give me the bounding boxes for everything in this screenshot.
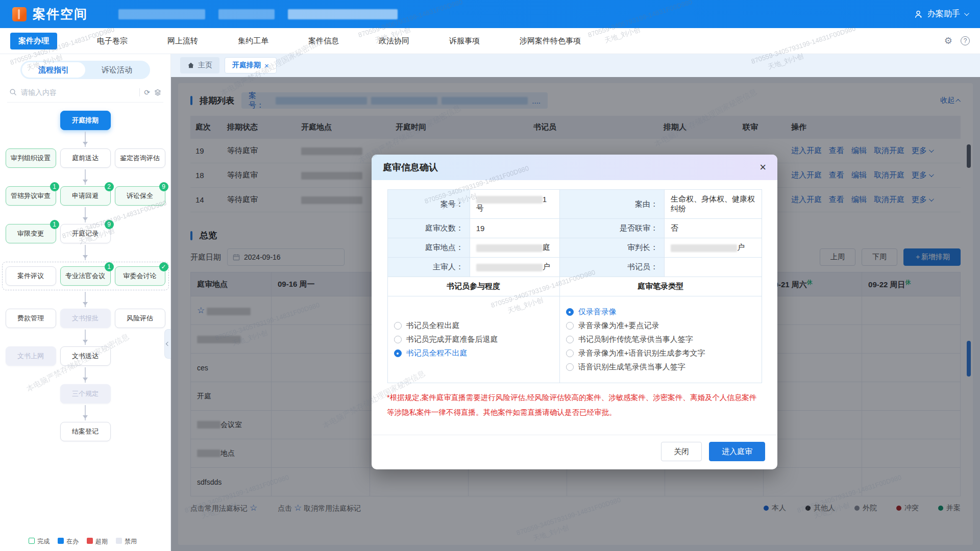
info-value: 否 [664,219,762,238]
nav-item-7[interactable]: 诉服事项 [449,36,480,46]
search-icon [9,88,17,96]
radio-label: 录音录像为准+要点记录 [578,321,659,331]
nav-item-4[interactable]: 集约工单 [238,36,268,46]
info-label: 是否联审： [559,219,664,238]
node-badge: 2 [105,182,114,191]
info-row: 主审人：户书记员： [387,258,762,277]
radio-icon [566,349,574,357]
live-broadcast-warning: *根据规定,案件庭审直播需要进行风险评估,经风险评估较高的案件、涉敏感案件、涉密… [387,390,762,420]
radio-label: 仅录音录像 [578,307,617,317]
hearing-confirm-dialog: 庭审信息确认 × 案号：1号案由：生命权、身体权、健康权纠纷庭审次数：19是否联… [372,155,777,469]
flow-row: 案件评议专业法官会议1审委会讨论✓ [6,266,165,286]
flow-node-审委会讨论[interactable]: 审委会讨论✓ [115,266,165,286]
hearing-info-table: 案号：1号案由：生命权、身体权、健康权纠纷庭审次数：19是否联审：否庭审地点：庭… [387,189,762,383]
sidebar-tab-toggle: 流程指引 诉讼活动 [20,61,150,79]
divider [139,88,140,96]
nav-item-6[interactable]: 政法协同 [379,36,409,46]
help-icon[interactable]: ? [961,36,970,45]
info-value: 1号 [470,190,559,219]
flow-row: 费款管理文书报批风险评估 [6,309,165,328]
flow-arrow [85,405,86,420]
tab-home[interactable]: 主页 [180,57,219,73]
nav-item-8[interactable]: 涉网案件特色事项 [520,36,581,46]
flow-node-申请回避[interactable]: 申请回避2 [60,186,111,206]
legend-swatch [87,538,93,544]
info-label: 审判长： [559,238,664,258]
info-label: 庭审地点： [387,238,470,258]
page-tab-bar: 主页 开庭排期 × [171,54,980,77]
flow-node-三个规定[interactable]: 三个规定 [60,384,111,404]
info-value: 户 [664,238,762,258]
nav-item-5[interactable]: 案件信息 [308,36,339,46]
tab-process-guide[interactable]: 流程指引 [22,62,85,78]
flow-node-费款管理[interactable]: 费款管理 [6,309,56,328]
layers-icon[interactable] [154,89,161,96]
section-title-书记员参与程度: 书记员参与程度 [387,277,559,296]
flow-node-审判组织设置[interactable]: 审判组织设置 [6,148,56,168]
app-title: 案件空间 [33,6,88,22]
top-header: 案件空间 办案助手 [0,0,980,28]
flow-arrow [85,292,86,307]
radio-label: 书记员完成开庭准备后退庭 [406,335,498,344]
close-icon[interactable]: × [760,162,766,173]
radio-option-书记员全程不出庭[interactable]: 书记员全程不出庭 [394,348,553,358]
flow-row: 三个规定 [6,384,165,404]
radio-option-录音录像为准+要点记录[interactable]: 录音录像为准+要点记录 [566,321,755,331]
assistant-dropdown[interactable]: 办案助手 [914,9,968,19]
flow-node-庭前送达[interactable]: 庭前送达 [60,148,111,168]
flow-node-案件评议[interactable]: 案件评议 [6,266,56,286]
radio-label: 书记员全程出庭 [406,321,460,331]
flow-node-文书送达[interactable]: 文书送达 [60,346,111,366]
assistant-label: 办案助手 [927,9,960,19]
node-badge: 9 [159,182,168,191]
flow-node-风险评估[interactable]: 风险评估 [115,309,165,328]
nav-item-2[interactable]: 电子卷宗 [97,36,128,46]
flow-node-管辖异议审查[interactable]: 管辖异议审查1 [6,186,56,206]
refresh-icon[interactable]: ⟳ [144,88,150,96]
info-value [664,258,762,277]
tab-litigation-activity[interactable]: 诉讼活动 [85,62,149,78]
legend-item-在办: 在办 [58,537,79,546]
info-label: 案由： [559,190,664,219]
clerk-participation-options: 书记员全程出庭书记员完成开庭准备后退庭书记员全程不出庭 [387,296,559,383]
radio-icon [566,308,574,316]
flow-node-开庭记录[interactable]: 开庭记录9 [60,224,111,243]
close-button[interactable]: 关闭 [661,442,702,461]
enter-hearing-button[interactable]: 进入庭审 [709,442,765,461]
flow-node-文书上网[interactable]: 文书上网 [6,346,56,366]
radio-icon [566,336,574,343]
flow-node-审限变更[interactable]: 审限变更1 [6,224,56,243]
node-badge: 1 [50,220,59,229]
flow-row: 审判组织设置庭前送达鉴定咨询评估 [6,148,165,168]
info-row: 庭审地点：庭审判长：户 [387,238,762,258]
app-logo-icon [12,7,27,21]
flow-node-鉴定咨询评估[interactable]: 鉴定咨询评估 [115,148,165,168]
flow-node-文书报批[interactable]: 文书报批 [60,309,111,328]
radio-option-书记员完成开庭准备后退庭[interactable]: 书记员完成开庭准备后退庭 [394,335,553,344]
flow-node-结案登记[interactable]: 结案登记 [60,422,111,441]
nav-item-3[interactable]: 网上流转 [167,36,198,46]
flow-node-诉讼保全[interactable]: 诉讼保全9 [115,186,165,206]
node-badge: 1 [50,182,59,191]
flow-node-专业法官会议[interactable]: 专业法官会议1 [60,266,111,286]
flow-arrow [85,207,86,222]
close-tab-icon[interactable]: × [264,61,269,70]
tab-court-schedule[interactable]: 开庭排期 × [225,57,277,73]
legend-item-完成: 完成 [29,537,50,546]
nav-item-1[interactable]: 案件办理 [10,33,57,49]
radio-icon [394,349,402,357]
sidebar-search: ⟳ [7,85,163,103]
radio-option-录音录像为准+语音识别生成参考文字[interactable]: 录音录像为准+语音识别生成参考文字 [566,348,755,358]
search-input[interactable] [21,88,135,96]
radio-option-仅录音录像[interactable]: 仅录音录像 [566,307,755,317]
gear-icon[interactable]: ⚙ [944,35,952,46]
redacted-block [476,264,543,271]
flow-node-开庭排期[interactable]: 开庭排期 [60,111,111,130]
flow-row: 审限变更1开庭记录9 [6,224,165,243]
record-type-options: 仅录音录像录音录像为准+要点记录书记员制作传统笔录供当事人签字录音录像为准+语音… [559,296,762,383]
radio-option-书记员制作传统笔录供当事人签字[interactable]: 书记员制作传统笔录供当事人签字 [566,335,755,344]
redacted-block [476,196,543,204]
radio-option-语音识别生成笔录供当事人签字[interactable]: 语音识别生成笔录供当事人签字 [566,362,755,372]
radio-option-书记员全程出庭[interactable]: 书记员全程出庭 [394,321,553,331]
sidebar-collapse-handle[interactable] [164,329,171,359]
